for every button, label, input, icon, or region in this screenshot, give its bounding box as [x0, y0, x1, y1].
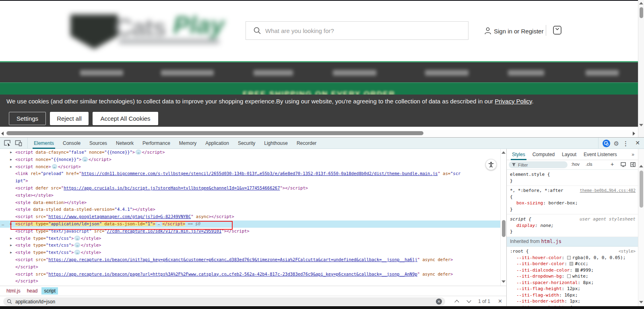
- more-tabs-icon[interactable]: »: [632, 152, 634, 157]
- nav-item-blurred[interactable]: [586, 70, 619, 76]
- find-next-icon[interactable]: [466, 298, 471, 303]
- page-horizontal-scrollbar[interactable]: [0, 130, 638, 137]
- scroll-up-arrow[interactable]: [639, 2, 643, 4]
- cookie-reject-all-button[interactable]: Reject all: [50, 112, 89, 125]
- dom-line[interactable]: <script type="text/javascript" src="//cd…: [0, 228, 500, 235]
- dom-scroll-down-arrow[interactable]: [502, 280, 506, 283]
- find-close-icon[interactable]: ✕: [498, 298, 502, 304]
- dom-line[interactable]: ipt">: [0, 177, 500, 185]
- privacy-policy-link[interactable]: Privacy Policy: [495, 98, 532, 105]
- devtools-tab-network[interactable]: Network: [111, 138, 138, 149]
- dom-line[interactable]: <style data-emotion></style>: [0, 199, 500, 206]
- scroll-down-arrow[interactable]: [639, 124, 643, 126]
- styles-scroll-down-arrow[interactable]: [639, 301, 643, 303]
- dom-line[interactable]: <link rel="preload" href="https://cdn11.…: [0, 170, 500, 177]
- devtools-tab-sources[interactable]: Sources: [85, 138, 111, 149]
- dom-line[interactable]: <style data-styled data-styled-version="…: [0, 206, 500, 213]
- find-input-pill[interactable]: ✕: [3, 297, 445, 306]
- expand-arrow-icon[interactable]: ▶: [10, 220, 12, 228]
- styles-tab-computed[interactable]: Computed: [529, 149, 558, 160]
- dom-line[interactable]: ▶<style type="text/css">…</style>: [0, 249, 500, 256]
- devtools-tab-security[interactable]: Security: [233, 138, 260, 149]
- css-property[interactable]: --iti-dropdown-bg: white;: [510, 273, 636, 280]
- css-property[interactable]: --iti-flag-height: 12px;: [510, 286, 636, 292]
- toggle-hover-state-button[interactable]: :hov: [571, 162, 580, 167]
- accessibility-overlay-button[interactable]: [485, 159, 497, 170]
- devtools-tab-memory[interactable]: Memory: [175, 138, 201, 149]
- styles-filter-input[interactable]: Filter: [509, 161, 568, 168]
- collapsed-content-icon[interactable]: …: [74, 236, 80, 241]
- nav-item-blurred[interactable]: [333, 70, 376, 76]
- collapsed-content-icon[interactable]: …: [74, 250, 80, 255]
- styles-tab-styles[interactable]: Styles: [508, 149, 529, 160]
- toggle-sidebar-icon[interactable]: [630, 162, 636, 168]
- styles-tab-event-listeners[interactable]: Event Listeners: [580, 149, 621, 160]
- cart-button[interactable]: [553, 25, 562, 37]
- devtools-tab-application[interactable]: Application: [201, 138, 233, 149]
- new-style-rule-button[interactable]: +: [611, 161, 614, 167]
- devtools-close-icon[interactable]: ✕: [635, 140, 640, 146]
- rendering-emulation-icon[interactable]: [621, 162, 626, 168]
- sign-in-register[interactable]: Sign in or Register: [484, 26, 543, 36]
- expand-arrow-icon[interactable]: ▶: [10, 149, 12, 156]
- devtools-tab-performance[interactable]: Performance: [138, 138, 175, 149]
- collapsed-content-icon[interactable]: …: [74, 243, 80, 247]
- site-search-box[interactable]: [246, 21, 469, 40]
- scroll-left-arrow[interactable]: [1, 132, 4, 136]
- expand-arrow-icon[interactable]: ▶: [10, 156, 12, 163]
- css-property[interactable]: --iti-dialcode-color: #999;: [510, 267, 636, 274]
- dom-line[interactable]: </script>: [0, 278, 500, 285]
- issues-badge-button[interactable]: [603, 140, 610, 147]
- dom-line[interactable]: ▶<script data-cfasync="false" nonce="{{n…: [0, 149, 500, 156]
- code-token-link[interactable]: https://app.recapture.io/beacon/page?url…: [48, 272, 417, 276]
- gutter-more-icon[interactable]: …: [2, 220, 4, 228]
- color-swatch[interactable]: [567, 274, 571, 278]
- devtools-tab-recorder[interactable]: Recorder: [292, 138, 321, 149]
- expand-arrow-icon[interactable]: ▶: [10, 249, 12, 256]
- dom-scroll-thumb[interactable]: [502, 220, 506, 237]
- inspect-element-button[interactable]: [2, 138, 13, 148]
- css-property[interactable]: --iti-spacer-horizontal: 8px;: [510, 280, 636, 286]
- color-swatch[interactable]: [567, 256, 571, 260]
- expand-arrow-icon[interactable]: ▶: [10, 235, 12, 242]
- code-token-link[interactable]: https://www.googletagmanager.com/gtag/js…: [48, 214, 191, 219]
- nav-item-blurred[interactable]: [80, 70, 123, 76]
- dom-line[interactable]: <script src="https://app.recapture.io/be…: [0, 256, 500, 264]
- dom-line[interactable]: <script src="https://www.googletagmanage…: [0, 213, 500, 220]
- styles-scroll-thumb[interactable]: [640, 171, 643, 208]
- css-property[interactable]: --iti-border-width: 1px;: [510, 298, 636, 305]
- devtools-tab-lighthouse[interactable]: Lighthouse: [260, 138, 292, 149]
- cookie-settings-button[interactable]: Settings: [9, 112, 46, 125]
- css-property[interactable]: box-sizing: border-box;: [510, 200, 636, 206]
- css-property[interactable]: display: none;: [510, 222, 636, 229]
- dom-line[interactable]: <script src="https://app.recapture.io/be…: [0, 271, 500, 278]
- horizontal-scroll-thumb[interactable]: [6, 131, 423, 135]
- collapsed-content-icon[interactable]: …: [156, 221, 161, 226]
- dom-line[interactable]: <style></style>: [0, 192, 500, 199]
- dom-line[interactable]: ▶<script nonce>…</script>: [0, 163, 500, 171]
- dom-line[interactable]: <script defer src="https://app.crucials.…: [0, 185, 500, 192]
- dom-scroll-up-arrow[interactable]: [502, 151, 506, 154]
- settings-gear-icon[interactable]: ⚙: [614, 140, 619, 146]
- dom-tree-scrollbar[interactable]: [500, 149, 506, 286]
- code-token-link[interactable]: https://app.crucials.io/bc/script.js?sto…: [64, 185, 280, 190]
- find-query-input[interactable]: [15, 299, 436, 305]
- cookie-accept-all-button[interactable]: Accept All Cookies: [93, 112, 158, 125]
- more-menu-icon[interactable]: ⋮: [623, 140, 629, 146]
- rule-selector[interactable]: script {: [510, 216, 531, 222]
- devtools-tab-console[interactable]: Console: [58, 138, 85, 149]
- dom-line-selected[interactable]: …▶<script type="application/ld+json" dat…: [0, 220, 500, 228]
- code-token-link[interactable]: https://app.recapture.io/beacon/init?api…: [48, 257, 417, 262]
- css-property[interactable]: --iti-border-color: #ccc;: [510, 261, 636, 267]
- collapsed-content-icon[interactable]: …: [82, 157, 87, 162]
- styles-scroll-up-arrow[interactable]: [639, 165, 643, 167]
- css-property[interactable]: --iti-hover-color: rgba(0, 0, 0, 0.05);: [510, 255, 636, 261]
- toggle-device-toolbar-button[interactable]: [13, 138, 24, 148]
- find-clear-icon[interactable]: ✕: [436, 299, 442, 305]
- page-vertical-scrollbar[interactable]: [638, 0, 644, 137]
- rule-selector[interactable]: element.style {: [510, 172, 550, 177]
- color-swatch[interactable]: [575, 268, 579, 272]
- styles-tab-layout[interactable]: Layout: [558, 149, 580, 160]
- code-token-link[interactable]: //cdn.recapture.io/sdk/v1/ra.min.js?v=29…: [107, 229, 221, 233]
- breadcrumb-script[interactable]: script: [41, 287, 58, 295]
